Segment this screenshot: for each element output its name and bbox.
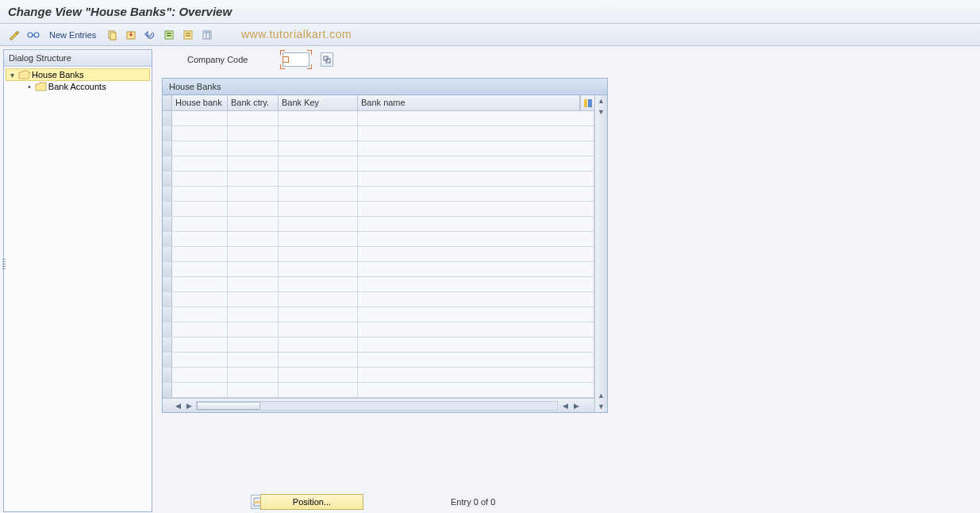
table-row[interactable] [163,338,594,353]
table-row[interactable] [163,292,594,307]
table-row[interactable] [163,232,594,247]
grid-header: House bank Bank ctry. Bank Key Bank name [163,95,594,111]
save-variant-icon[interactable] [123,27,139,43]
col-house-bank[interactable]: House bank [172,95,228,110]
search-help-button[interactable] [321,52,333,67]
table-row[interactable] [163,322,594,338]
dialog-structure-panel: Dialog Structure ▾ House Banks • Bank Ac… [3,49,152,512]
bullet-icon: • [28,82,31,91]
title-text: Change View "House Banks": Overview [8,5,232,18]
deselect-all-icon[interactable] [180,27,196,43]
col-bank-name[interactable]: Bank name [358,95,580,110]
table-settings-icon[interactable] [580,95,594,110]
chevron-down-icon[interactable]: ▾ [8,71,16,79]
scroll-up-icon[interactable]: ▲ [595,95,607,106]
house-banks-table: House Banks House bank Bank ctry. Bank K… [162,78,608,413]
col-bank-key[interactable]: Bank Key [279,95,358,110]
page-title: Change View "House Banks": Overview [0,0,980,24]
table-row[interactable] [163,353,594,368]
scroll-down-icon[interactable]: ▼ [595,106,607,118]
vertical-scrollbar[interactable]: ▲ ▼ ▲ ▼ [594,95,607,412]
splitter-handle[interactable] [2,254,6,273]
tree-item-bank-accounts[interactable]: • Bank Accounts [6,81,150,92]
table-row[interactable] [163,368,594,383]
folder-open-icon [18,70,29,79]
undo-icon[interactable] [142,27,158,43]
svg-rect-3 [110,33,116,40]
table-row[interactable] [163,156,594,172]
select-all-icon[interactable] [161,27,177,43]
tree-label: House Banks [32,70,83,79]
company-code-input-wrap [282,52,309,67]
table-row[interactable] [163,202,594,217]
table-row[interactable] [163,247,594,262]
tree-label: Bank Accounts [48,82,106,91]
table-row[interactable] [163,187,594,202]
scroll-down2-icon[interactable]: ▼ [595,401,607,412]
table-row[interactable] [163,217,594,232]
watermark-text: www.tutorialkart.com [241,28,352,40]
scroll-left-end-icon[interactable]: ◀ [559,402,571,410]
table-row[interactable] [163,262,594,277]
sidebar-header: Dialog Structure [4,50,152,67]
change-icon[interactable] [6,27,22,43]
table-row[interactable] [163,307,594,322]
main-panel: Company Code House Banks House bank Bank… [156,49,977,512]
horizontal-scrollbar[interactable]: ◀ ▶ ◀ ▶ [163,398,594,412]
svg-rect-18 [588,99,592,107]
grid-body [163,111,594,398]
row-selector-header[interactable] [163,95,172,110]
hscroll-track[interactable] [196,401,558,411]
table-config-icon[interactable] [199,27,215,43]
table-title: House Banks [163,79,607,95]
svg-rect-7 [167,35,171,37]
svg-rect-17 [584,99,587,107]
table-row[interactable] [163,277,594,292]
footer-row: Position... Entry 0 of 0 [251,494,495,510]
table-row[interactable] [163,172,594,187]
col-bank-ctry[interactable]: Bank ctry. [228,95,279,110]
toolbar: New Entries www.tutorialkart.com [0,24,980,46]
table-row[interactable] [163,383,594,398]
entry-counter: Entry 0 of 0 [451,497,495,507]
company-code-input[interactable] [282,52,309,67]
new-entries-button[interactable]: New Entries [44,29,101,41]
svg-rect-6 [167,33,171,34]
scroll-right-icon[interactable]: ▶ [183,399,194,412]
position-button[interactable]: Position... [260,494,363,510]
svg-point-1 [34,33,39,37]
table-grid: House bank Bank ctry. Bank Key Bank name [163,95,594,412]
tree-item-house-banks[interactable]: ▾ House Banks [6,68,150,81]
svg-rect-9 [186,33,190,34]
svg-point-0 [28,33,33,37]
table-row[interactable] [163,126,594,141]
scroll-right-end-icon[interactable]: ▶ [571,402,582,410]
position-label: Position... [293,497,331,507]
glasses-icon[interactable] [25,27,41,43]
content-area: Dialog Structure ▾ House Banks • Bank Ac… [0,46,980,513]
company-code-label: Company Code [187,55,273,64]
company-code-row: Company Code [156,49,977,70]
table-row[interactable] [163,111,594,126]
copy-icon[interactable] [104,27,120,43]
hscroll-thumb[interactable] [197,402,260,410]
scroll-left-icon[interactable]: ◀ [172,399,183,412]
folder-icon [35,82,46,91]
scroll-up2-icon[interactable]: ▲ [595,390,607,401]
svg-rect-10 [186,35,190,37]
table-row[interactable] [163,141,594,156]
tree: ▾ House Banks • Bank Accounts [4,67,152,94]
